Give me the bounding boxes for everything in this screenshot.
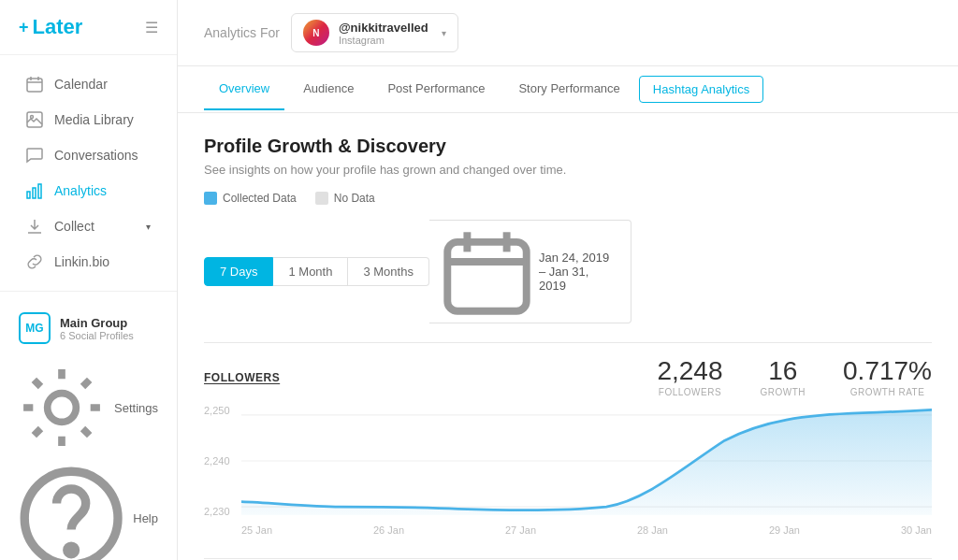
sidebar-nav: Calendar Media Library Conversations [0, 55, 177, 291]
legend-collected: Collected Data [204, 192, 297, 205]
7days-button[interactable]: 7 Days [204, 257, 273, 286]
user-info: Main Group 6 Social Profiles [60, 316, 134, 341]
legend: Collected Data No Data [204, 192, 932, 205]
avatar: N [303, 20, 329, 46]
legend-dot-gray [315, 192, 328, 205]
1month-button[interactable]: 1 Month [273, 257, 348, 286]
sidebar: + Later ☰ Calendar [0, 0, 178, 560]
svg-rect-6 [27, 192, 30, 198]
app-logo: + Later [19, 15, 82, 39]
svg-rect-13 [447, 242, 526, 311]
sidebar-item-linkin-bio[interactable]: Linkin.bio [7, 244, 169, 280]
svg-rect-0 [27, 79, 42, 92]
sidebar-item-analytics[interactable]: Analytics [7, 173, 169, 208]
followers-label: FOLLOWERS [204, 371, 280, 384]
legend-dot-blue [204, 192, 217, 205]
sidebar-logo: + Later ☰ [0, 0, 177, 55]
followers-stats: 2,248 FOLLOWERS 16 GROWTH 0.717% GROWTH … [657, 358, 932, 397]
bottom-links: Settings Help [0, 353, 177, 560]
followers-chart: 2,250 2,240 2,230 [204, 405, 932, 536]
calendar-icon [26, 76, 43, 93]
account-info: @nikkitravelled Instagram [339, 21, 428, 46]
sidebar-bottom: MG Main Group 6 Social Profiles Settings [0, 291, 177, 560]
top-bar: Analytics For N @nikkitravelled Instagra… [178, 0, 958, 66]
photo-icon [26, 111, 43, 128]
3months-button[interactable]: 3 Months [348, 257, 428, 286]
chart-icon [26, 182, 43, 199]
date-controls: 7 Days 1 Month 3 Months Jan 24, 2019 – J… [204, 220, 932, 323]
chart-x-labels: 25 Jan 26 Jan 27 Jan 28 Jan 29 Jan 30 Ja… [241, 524, 932, 536]
section-title: Profile Growth & Discovery [204, 136, 932, 157]
date-picker-button[interactable]: Jan 24, 2019 – Jan 31, 2019 [429, 220, 631, 323]
sidebar-item-media-library[interactable]: Media Library [7, 102, 169, 137]
logo-plus-icon: + [19, 18, 29, 37]
analytics-for-label: Analytics For [204, 25, 280, 40]
tab-hashtag-analytics[interactable]: Hashtag Analytics [639, 76, 763, 103]
svg-rect-7 [33, 188, 36, 198]
link-icon [26, 253, 43, 270]
content-area: Profile Growth & Discovery See insights … [178, 113, 958, 560]
settings-link[interactable]: Settings [0, 357, 177, 458]
followers-count: 2,248 FOLLOWERS [657, 358, 722, 397]
question-icon [19, 466, 123, 560]
account-selector[interactable]: N @nikkitravelled Instagram ▾ [291, 13, 458, 52]
hamburger-icon[interactable]: ☰ [145, 19, 158, 36]
chevron-down-icon: ▾ [146, 222, 151, 232]
chart-y-labels: 2,250 2,240 2,230 [204, 405, 241, 517]
calendar-icon [443, 227, 531, 316]
sidebar-item-conversations[interactable]: Conversations [7, 137, 169, 173]
user-group[interactable]: MG Main Group 6 Social Profiles [0, 303, 177, 353]
chart-svg-wrapper [241, 405, 932, 517]
tabs-bar: Overview Audience Post Performance Story… [178, 66, 958, 113]
sidebar-item-calendar[interactable]: Calendar [7, 66, 169, 102]
svg-point-12 [67, 546, 76, 554]
followers-growth-rate: 0.717% GROWTH RATE [843, 358, 932, 397]
help-link[interactable]: Help [0, 458, 177, 560]
followers-section: FOLLOWERS 2,248 FOLLOWERS 16 GROWTH 0.71… [204, 342, 932, 536]
dropdown-chevron-icon: ▾ [442, 28, 446, 38]
tab-overview[interactable]: Overview [204, 68, 284, 110]
download-icon [26, 218, 43, 235]
followers-header: FOLLOWERS 2,248 FOLLOWERS 16 GROWTH 0.71… [204, 358, 932, 397]
tab-audience[interactable]: Audience [288, 68, 369, 110]
tab-story-performance[interactable]: Story Performance [503, 68, 634, 110]
sidebar-item-collect[interactable]: Collect ▾ [7, 208, 169, 244]
legend-no-data: No Data [315, 192, 375, 205]
gear-icon [19, 365, 105, 451]
svg-point-10 [48, 394, 77, 423]
user-badge: MG [19, 312, 51, 344]
main-content: Analytics For N @nikkitravelled Instagra… [178, 0, 958, 560]
followers-growth: 16 GROWTH [760, 358, 806, 397]
section-desc: See insights on how your profile has gro… [204, 163, 932, 177]
svg-rect-8 [38, 184, 41, 198]
tab-post-performance[interactable]: Post Performance [372, 68, 500, 110]
chat-icon [26, 147, 43, 164]
